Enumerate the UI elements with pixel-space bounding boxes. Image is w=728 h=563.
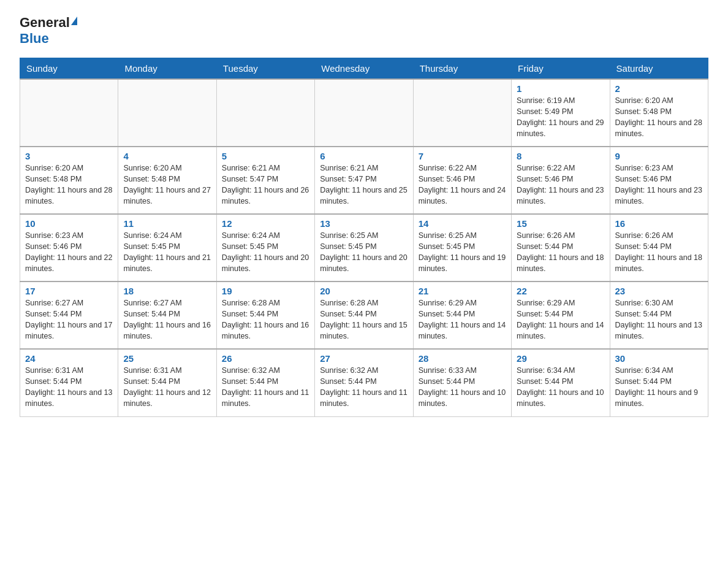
day-number: 7 bbox=[419, 151, 506, 161]
calendar-cell bbox=[20, 79, 118, 147]
calendar-cell: 15Sunrise: 6:26 AMSunset: 5:44 PMDayligh… bbox=[512, 214, 610, 282]
calendar-cell bbox=[315, 79, 413, 147]
day-number: 26 bbox=[222, 353, 309, 364]
day-info: Sunrise: 6:29 AMSunset: 5:44 PMDaylight:… bbox=[517, 297, 604, 342]
day-info: Sunrise: 6:34 AMSunset: 5:44 PMDaylight:… bbox=[517, 365, 604, 410]
calendar-cell: 9Sunrise: 6:23 AMSunset: 5:46 PMDaylight… bbox=[610, 147, 708, 214]
day-number: 19 bbox=[222, 286, 309, 296]
day-number: 9 bbox=[615, 151, 703, 161]
calendar-cell: 4Sunrise: 6:20 AMSunset: 5:48 PMDaylight… bbox=[118, 147, 216, 214]
day-number: 8 bbox=[517, 151, 604, 161]
day-info: Sunrise: 6:22 AMSunset: 5:46 PMDaylight:… bbox=[419, 163, 506, 207]
week-row-3: 10Sunrise: 6:23 AMSunset: 5:46 PMDayligh… bbox=[20, 214, 708, 282]
day-number: 1 bbox=[517, 83, 604, 94]
calendar-cell bbox=[216, 79, 314, 147]
logo-triangle-icon bbox=[71, 17, 77, 25]
column-header-tuesday: Tuesday bbox=[216, 58, 314, 80]
calendar-cell: 18Sunrise: 6:27 AMSunset: 5:44 PMDayligh… bbox=[118, 282, 216, 349]
day-info: Sunrise: 6:25 AMSunset: 5:45 PMDaylight:… bbox=[419, 230, 506, 275]
column-header-wednesday: Wednesday bbox=[315, 58, 413, 80]
day-info: Sunrise: 6:32 AMSunset: 5:44 PMDaylight:… bbox=[320, 365, 408, 410]
day-number: 17 bbox=[25, 286, 113, 296]
day-number: 22 bbox=[517, 286, 604, 296]
day-number: 30 bbox=[615, 353, 703, 364]
calendar-cell: 26Sunrise: 6:32 AMSunset: 5:44 PMDayligh… bbox=[216, 349, 314, 416]
calendar-cell: 2Sunrise: 6:20 AMSunset: 5:48 PMDaylight… bbox=[610, 79, 708, 147]
day-info: Sunrise: 6:21 AMSunset: 5:47 PMDaylight:… bbox=[222, 163, 309, 207]
day-info: Sunrise: 6:23 AMSunset: 5:46 PMDaylight:… bbox=[25, 230, 113, 275]
day-info: Sunrise: 6:24 AMSunset: 5:45 PMDaylight:… bbox=[123, 230, 211, 275]
calendar-cell: 5Sunrise: 6:21 AMSunset: 5:47 PMDaylight… bbox=[216, 147, 314, 214]
calendar-cell: 28Sunrise: 6:33 AMSunset: 5:44 PMDayligh… bbox=[413, 349, 511, 416]
day-info: Sunrise: 6:22 AMSunset: 5:46 PMDaylight:… bbox=[517, 163, 604, 207]
calendar-cell: 27Sunrise: 6:32 AMSunset: 5:44 PMDayligh… bbox=[315, 349, 413, 416]
day-number: 28 bbox=[419, 353, 506, 364]
day-number: 6 bbox=[320, 151, 408, 161]
day-info: Sunrise: 6:28 AMSunset: 5:44 PMDaylight:… bbox=[222, 297, 309, 342]
day-info: Sunrise: 6:26 AMSunset: 5:44 PMDaylight:… bbox=[615, 230, 703, 275]
day-info: Sunrise: 6:19 AMSunset: 5:49 PMDaylight:… bbox=[517, 95, 604, 140]
calendar-cell: 25Sunrise: 6:31 AMSunset: 5:44 PMDayligh… bbox=[118, 349, 216, 416]
day-info: Sunrise: 6:25 AMSunset: 5:45 PMDaylight:… bbox=[320, 230, 408, 275]
week-row-1: 1Sunrise: 6:19 AMSunset: 5:49 PMDaylight… bbox=[20, 79, 708, 147]
day-number: 18 bbox=[123, 286, 211, 296]
calendar-cell: 30Sunrise: 6:34 AMSunset: 5:44 PMDayligh… bbox=[610, 349, 708, 416]
calendar-cell: 24Sunrise: 6:31 AMSunset: 5:44 PMDayligh… bbox=[20, 349, 118, 416]
calendar-cell: 22Sunrise: 6:29 AMSunset: 5:44 PMDayligh… bbox=[512, 282, 610, 349]
logo: General Blue bbox=[20, 15, 77, 47]
calendar-cell: 10Sunrise: 6:23 AMSunset: 5:46 PMDayligh… bbox=[20, 214, 118, 282]
day-info: Sunrise: 6:20 AMSunset: 5:48 PMDaylight:… bbox=[123, 163, 211, 207]
calendar-cell bbox=[413, 79, 511, 147]
day-number: 2 bbox=[615, 83, 703, 94]
day-info: Sunrise: 6:20 AMSunset: 5:48 PMDaylight:… bbox=[25, 163, 113, 207]
calendar-cell: 19Sunrise: 6:28 AMSunset: 5:44 PMDayligh… bbox=[216, 282, 314, 349]
day-number: 16 bbox=[615, 218, 703, 229]
day-info: Sunrise: 6:21 AMSunset: 5:47 PMDaylight:… bbox=[320, 163, 408, 207]
calendar-cell: 21Sunrise: 6:29 AMSunset: 5:44 PMDayligh… bbox=[413, 282, 511, 349]
day-number: 25 bbox=[123, 353, 211, 364]
calendar-cell: 13Sunrise: 6:25 AMSunset: 5:45 PMDayligh… bbox=[315, 214, 413, 282]
day-number: 12 bbox=[222, 218, 309, 229]
column-header-thursday: Thursday bbox=[413, 58, 511, 80]
day-info: Sunrise: 6:31 AMSunset: 5:44 PMDaylight:… bbox=[25, 365, 113, 410]
day-number: 11 bbox=[123, 218, 211, 229]
column-header-monday: Monday bbox=[118, 58, 216, 80]
calendar-cell: 16Sunrise: 6:26 AMSunset: 5:44 PMDayligh… bbox=[610, 214, 708, 282]
day-info: Sunrise: 6:24 AMSunset: 5:45 PMDaylight:… bbox=[222, 230, 309, 275]
calendar-table: SundayMondayTuesdayWednesdayThursdayFrid… bbox=[20, 58, 708, 417]
week-row-5: 24Sunrise: 6:31 AMSunset: 5:44 PMDayligh… bbox=[20, 349, 708, 416]
calendar-cell: 11Sunrise: 6:24 AMSunset: 5:45 PMDayligh… bbox=[118, 214, 216, 282]
day-info: Sunrise: 6:26 AMSunset: 5:44 PMDaylight:… bbox=[517, 230, 604, 275]
calendar-cell: 29Sunrise: 6:34 AMSunset: 5:44 PMDayligh… bbox=[512, 349, 610, 416]
calendar-cell: 8Sunrise: 6:22 AMSunset: 5:46 PMDaylight… bbox=[512, 147, 610, 214]
calendar-cell bbox=[118, 79, 216, 147]
header-row: SundayMondayTuesdayWednesdayThursdayFrid… bbox=[20, 58, 708, 80]
calendar-cell: 17Sunrise: 6:27 AMSunset: 5:44 PMDayligh… bbox=[20, 282, 118, 349]
day-info: Sunrise: 6:31 AMSunset: 5:44 PMDaylight:… bbox=[123, 365, 211, 410]
day-number: 4 bbox=[123, 151, 211, 161]
page-header: General Blue bbox=[20, 15, 708, 47]
day-number: 3 bbox=[25, 151, 113, 161]
day-number: 14 bbox=[419, 218, 506, 229]
day-number: 15 bbox=[517, 218, 604, 229]
logo-general-text: General bbox=[20, 15, 70, 31]
day-info: Sunrise: 6:34 AMSunset: 5:44 PMDaylight:… bbox=[615, 365, 703, 410]
day-info: Sunrise: 6:30 AMSunset: 5:44 PMDaylight:… bbox=[615, 297, 703, 342]
calendar-cell: 14Sunrise: 6:25 AMSunset: 5:45 PMDayligh… bbox=[413, 214, 511, 282]
day-number: 29 bbox=[517, 353, 604, 364]
calendar-cell: 12Sunrise: 6:24 AMSunset: 5:45 PMDayligh… bbox=[216, 214, 314, 282]
column-header-friday: Friday bbox=[512, 58, 610, 80]
day-info: Sunrise: 6:23 AMSunset: 5:46 PMDaylight:… bbox=[615, 163, 703, 207]
week-row-2: 3Sunrise: 6:20 AMSunset: 5:48 PMDaylight… bbox=[20, 147, 708, 214]
day-number: 24 bbox=[25, 353, 113, 364]
day-number: 5 bbox=[222, 151, 309, 161]
day-info: Sunrise: 6:29 AMSunset: 5:44 PMDaylight:… bbox=[419, 297, 506, 342]
calendar-cell: 7Sunrise: 6:22 AMSunset: 5:46 PMDaylight… bbox=[413, 147, 511, 214]
day-info: Sunrise: 6:20 AMSunset: 5:48 PMDaylight:… bbox=[615, 95, 703, 140]
calendar-cell: 6Sunrise: 6:21 AMSunset: 5:47 PMDaylight… bbox=[315, 147, 413, 214]
calendar-cell: 23Sunrise: 6:30 AMSunset: 5:44 PMDayligh… bbox=[610, 282, 708, 349]
day-info: Sunrise: 6:27 AMSunset: 5:44 PMDaylight:… bbox=[25, 297, 113, 342]
column-header-saturday: Saturday bbox=[610, 58, 708, 80]
day-info: Sunrise: 6:32 AMSunset: 5:44 PMDaylight:… bbox=[222, 365, 309, 410]
day-number: 21 bbox=[419, 286, 506, 296]
